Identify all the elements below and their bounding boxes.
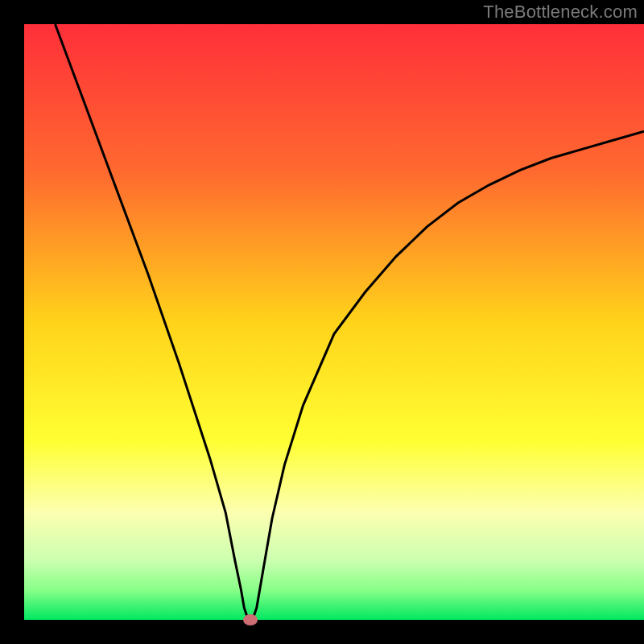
plot-background: [24, 24, 644, 620]
bottleneck-chart: [0, 0, 644, 644]
chart-frame: TheBottleneck.com: [0, 0, 644, 644]
minimum-marker: [243, 614, 258, 625]
attribution-text: TheBottleneck.com: [483, 2, 638, 23]
